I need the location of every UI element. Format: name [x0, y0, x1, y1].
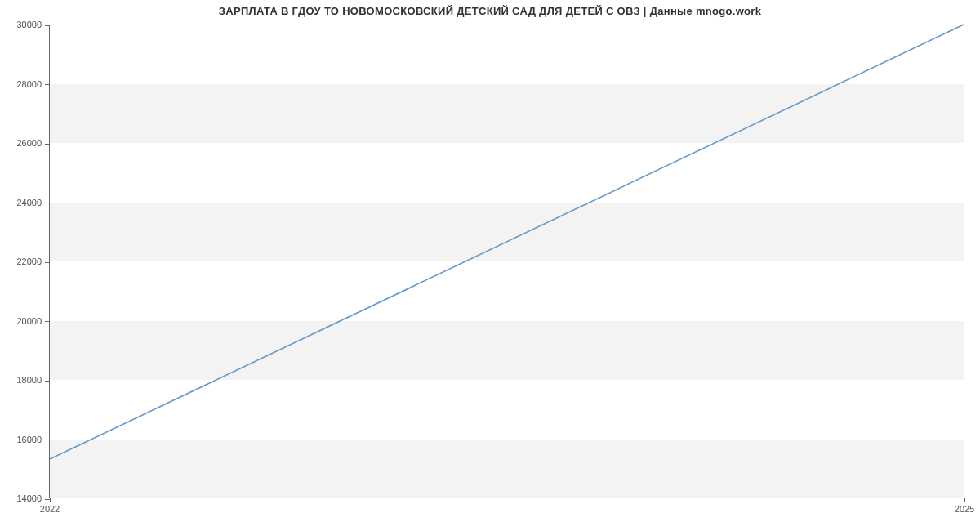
y-tick-mark: [45, 25, 50, 26]
y-tick: 22000: [50, 261, 964, 262]
data-line: [50, 25, 964, 459]
y-tick-label: 28000: [16, 79, 42, 89]
y-tick-label: 26000: [16, 138, 42, 148]
y-tick-mark: [45, 84, 50, 85]
y-tick: 16000: [50, 440, 964, 440]
y-tick-mark: [45, 381, 50, 382]
y-tick-mark: [45, 440, 50, 440]
y-tick-label: 20000: [16, 316, 42, 326]
chart-container: ЗАРПЛАТА В ГДОУ ТО НОВОМОСКОВСКИЙ ДЕТСКИ…: [0, 0, 980, 531]
plot-area: 1400016000180002000022000240002600028000…: [49, 25, 964, 498]
chart-title: ЗАРПЛАТА В ГДОУ ТО НОВОМОСКОВСКИЙ ДЕТСКИ…: [0, 5, 980, 17]
x-tick-label: 2022: [40, 504, 60, 514]
y-tick: 18000: [50, 380, 964, 381]
x-tick-label: 2025: [955, 504, 974, 514]
x-tick: [50, 498, 51, 502]
y-tick-label: 14000: [16, 493, 42, 503]
y-tick-mark: [45, 321, 50, 322]
x-tick: [964, 498, 965, 502]
y-tick-mark: [45, 262, 50, 263]
y-tick: 20000: [50, 321, 964, 322]
y-tick: 14000: [50, 498, 964, 499]
y-tick: 26000: [50, 143, 964, 144]
y-tick-label: 30000: [16, 20, 42, 29]
y-tick: 28000: [50, 84, 964, 85]
y-tick-label: 22000: [16, 257, 42, 266]
y-tick: 30000: [50, 25, 964, 25]
y-tick-label: 18000: [16, 375, 42, 385]
y-tick-mark: [45, 203, 50, 203]
y-tick-label: 16000: [16, 435, 42, 444]
y-tick-label: 24000: [16, 198, 42, 207]
y-tick: 24000: [50, 203, 964, 203]
y-tick-mark: [45, 144, 50, 145]
